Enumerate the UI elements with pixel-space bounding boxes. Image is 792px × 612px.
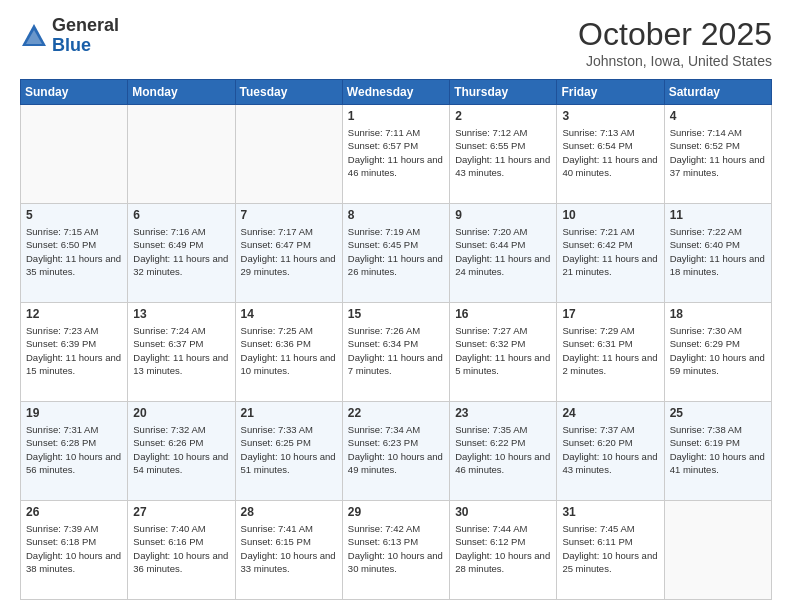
calendar-table: SundayMondayTuesdayWednesdayThursdayFrid… (20, 79, 772, 600)
day-number: 25 (670, 406, 766, 420)
calendar-cell: 6Sunrise: 7:16 AM Sunset: 6:49 PM Daylig… (128, 204, 235, 303)
day-info: Sunrise: 7:11 AM Sunset: 6:57 PM Dayligh… (348, 126, 444, 179)
calendar-cell: 5Sunrise: 7:15 AM Sunset: 6:50 PM Daylig… (21, 204, 128, 303)
day-info: Sunrise: 7:33 AM Sunset: 6:25 PM Dayligh… (241, 423, 337, 476)
day-number: 12 (26, 307, 122, 321)
week-row-3: 12Sunrise: 7:23 AM Sunset: 6:39 PM Dayli… (21, 303, 772, 402)
calendar-cell: 27Sunrise: 7:40 AM Sunset: 6:16 PM Dayli… (128, 501, 235, 600)
title-block: October 2025 Johnston, Iowa, United Stat… (578, 16, 772, 69)
week-row-4: 19Sunrise: 7:31 AM Sunset: 6:28 PM Dayli… (21, 402, 772, 501)
calendar-cell (664, 501, 771, 600)
calendar-cell: 3Sunrise: 7:13 AM Sunset: 6:54 PM Daylig… (557, 105, 664, 204)
calendar-cell: 1Sunrise: 7:11 AM Sunset: 6:57 PM Daylig… (342, 105, 449, 204)
calendar-cell: 13Sunrise: 7:24 AM Sunset: 6:37 PM Dayli… (128, 303, 235, 402)
day-info: Sunrise: 7:21 AM Sunset: 6:42 PM Dayligh… (562, 225, 658, 278)
day-info: Sunrise: 7:32 AM Sunset: 6:26 PM Dayligh… (133, 423, 229, 476)
calendar-cell: 7Sunrise: 7:17 AM Sunset: 6:47 PM Daylig… (235, 204, 342, 303)
day-number: 5 (26, 208, 122, 222)
calendar-cell: 29Sunrise: 7:42 AM Sunset: 6:13 PM Dayli… (342, 501, 449, 600)
day-number: 29 (348, 505, 444, 519)
calendar-cell (128, 105, 235, 204)
day-number: 2 (455, 109, 551, 123)
col-header-monday: Monday (128, 80, 235, 105)
day-info: Sunrise: 7:24 AM Sunset: 6:37 PM Dayligh… (133, 324, 229, 377)
day-number: 19 (26, 406, 122, 420)
day-info: Sunrise: 7:31 AM Sunset: 6:28 PM Dayligh… (26, 423, 122, 476)
calendar-cell (235, 105, 342, 204)
day-info: Sunrise: 7:15 AM Sunset: 6:50 PM Dayligh… (26, 225, 122, 278)
week-row-5: 26Sunrise: 7:39 AM Sunset: 6:18 PM Dayli… (21, 501, 772, 600)
calendar-cell: 12Sunrise: 7:23 AM Sunset: 6:39 PM Dayli… (21, 303, 128, 402)
calendar-cell: 26Sunrise: 7:39 AM Sunset: 6:18 PM Dayli… (21, 501, 128, 600)
logo-text: General Blue (52, 16, 119, 56)
day-number: 15 (348, 307, 444, 321)
logo: General Blue (20, 16, 119, 56)
day-info: Sunrise: 7:37 AM Sunset: 6:20 PM Dayligh… (562, 423, 658, 476)
calendar-cell (21, 105, 128, 204)
calendar-cell: 11Sunrise: 7:22 AM Sunset: 6:40 PM Dayli… (664, 204, 771, 303)
day-info: Sunrise: 7:19 AM Sunset: 6:45 PM Dayligh… (348, 225, 444, 278)
day-info: Sunrise: 7:41 AM Sunset: 6:15 PM Dayligh… (241, 522, 337, 575)
col-header-friday: Friday (557, 80, 664, 105)
day-info: Sunrise: 7:17 AM Sunset: 6:47 PM Dayligh… (241, 225, 337, 278)
header: General Blue October 2025 Johnston, Iowa… (20, 16, 772, 69)
day-info: Sunrise: 7:16 AM Sunset: 6:49 PM Dayligh… (133, 225, 229, 278)
calendar-cell: 15Sunrise: 7:26 AM Sunset: 6:34 PM Dayli… (342, 303, 449, 402)
month-title: October 2025 (578, 16, 772, 53)
col-header-sunday: Sunday (21, 80, 128, 105)
calendar-cell: 10Sunrise: 7:21 AM Sunset: 6:42 PM Dayli… (557, 204, 664, 303)
week-row-2: 5Sunrise: 7:15 AM Sunset: 6:50 PM Daylig… (21, 204, 772, 303)
day-info: Sunrise: 7:29 AM Sunset: 6:31 PM Dayligh… (562, 324, 658, 377)
day-info: Sunrise: 7:13 AM Sunset: 6:54 PM Dayligh… (562, 126, 658, 179)
day-info: Sunrise: 7:38 AM Sunset: 6:19 PM Dayligh… (670, 423, 766, 476)
calendar-cell: 28Sunrise: 7:41 AM Sunset: 6:15 PM Dayli… (235, 501, 342, 600)
logo-icon (20, 22, 48, 50)
day-info: Sunrise: 7:22 AM Sunset: 6:40 PM Dayligh… (670, 225, 766, 278)
day-number: 31 (562, 505, 658, 519)
logo-blue: Blue (52, 35, 91, 55)
col-header-thursday: Thursday (450, 80, 557, 105)
calendar-cell: 14Sunrise: 7:25 AM Sunset: 6:36 PM Dayli… (235, 303, 342, 402)
day-info: Sunrise: 7:30 AM Sunset: 6:29 PM Dayligh… (670, 324, 766, 377)
calendar-cell: 25Sunrise: 7:38 AM Sunset: 6:19 PM Dayli… (664, 402, 771, 501)
calendar-cell: 2Sunrise: 7:12 AM Sunset: 6:55 PM Daylig… (450, 105, 557, 204)
calendar-cell: 20Sunrise: 7:32 AM Sunset: 6:26 PM Dayli… (128, 402, 235, 501)
day-info: Sunrise: 7:44 AM Sunset: 6:12 PM Dayligh… (455, 522, 551, 575)
day-info: Sunrise: 7:27 AM Sunset: 6:32 PM Dayligh… (455, 324, 551, 377)
day-info: Sunrise: 7:26 AM Sunset: 6:34 PM Dayligh… (348, 324, 444, 377)
calendar-cell: 9Sunrise: 7:20 AM Sunset: 6:44 PM Daylig… (450, 204, 557, 303)
day-number: 9 (455, 208, 551, 222)
calendar-cell: 4Sunrise: 7:14 AM Sunset: 6:52 PM Daylig… (664, 105, 771, 204)
day-number: 6 (133, 208, 229, 222)
day-number: 8 (348, 208, 444, 222)
col-header-saturday: Saturday (664, 80, 771, 105)
day-number: 28 (241, 505, 337, 519)
calendar-cell: 8Sunrise: 7:19 AM Sunset: 6:45 PM Daylig… (342, 204, 449, 303)
calendar-cell: 19Sunrise: 7:31 AM Sunset: 6:28 PM Dayli… (21, 402, 128, 501)
calendar-header-row: SundayMondayTuesdayWednesdayThursdayFrid… (21, 80, 772, 105)
calendar-cell: 17Sunrise: 7:29 AM Sunset: 6:31 PM Dayli… (557, 303, 664, 402)
day-number: 22 (348, 406, 444, 420)
day-info: Sunrise: 7:14 AM Sunset: 6:52 PM Dayligh… (670, 126, 766, 179)
day-info: Sunrise: 7:40 AM Sunset: 6:16 PM Dayligh… (133, 522, 229, 575)
day-number: 30 (455, 505, 551, 519)
day-info: Sunrise: 7:20 AM Sunset: 6:44 PM Dayligh… (455, 225, 551, 278)
day-number: 16 (455, 307, 551, 321)
calendar-cell: 24Sunrise: 7:37 AM Sunset: 6:20 PM Dayli… (557, 402, 664, 501)
day-number: 3 (562, 109, 658, 123)
logo-general: General (52, 15, 119, 35)
day-number: 24 (562, 406, 658, 420)
day-number: 26 (26, 505, 122, 519)
day-number: 7 (241, 208, 337, 222)
day-number: 11 (670, 208, 766, 222)
day-number: 20 (133, 406, 229, 420)
day-number: 14 (241, 307, 337, 321)
calendar-cell: 21Sunrise: 7:33 AM Sunset: 6:25 PM Dayli… (235, 402, 342, 501)
day-number: 18 (670, 307, 766, 321)
day-number: 23 (455, 406, 551, 420)
day-info: Sunrise: 7:35 AM Sunset: 6:22 PM Dayligh… (455, 423, 551, 476)
calendar-cell: 22Sunrise: 7:34 AM Sunset: 6:23 PM Dayli… (342, 402, 449, 501)
day-number: 17 (562, 307, 658, 321)
page: General Blue October 2025 Johnston, Iowa… (0, 0, 792, 612)
day-number: 13 (133, 307, 229, 321)
